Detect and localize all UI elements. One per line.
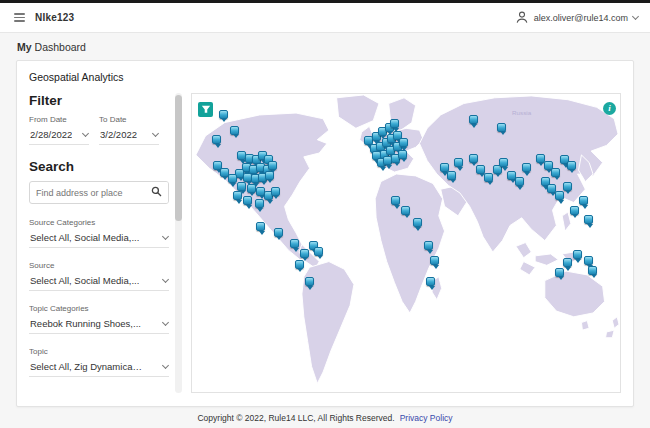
- map-marker[interactable]: [522, 163, 531, 172]
- map-marker[interactable]: [430, 256, 439, 265]
- topic-label: Topic: [29, 347, 169, 356]
- geospatial-panel: Geospatial Analytics Filter From Date 2/…: [16, 60, 634, 407]
- topic-value: Select All, Zig Dynamica,...: [30, 361, 142, 372]
- map-marker[interactable]: [515, 177, 524, 186]
- map-marker[interactable]: [563, 182, 572, 191]
- map-marker[interactable]: [219, 110, 228, 119]
- map-info-button[interactable]: i: [603, 102, 616, 115]
- map-marker[interactable]: [247, 184, 256, 193]
- map-marker[interactable]: [255, 199, 264, 208]
- map-marker[interactable]: [268, 161, 277, 170]
- map-marker[interactable]: [212, 135, 221, 144]
- to-date-value: 3/2/2022: [100, 129, 137, 140]
- from-date-label: From Date: [29, 115, 89, 124]
- map-marker[interactable]: [447, 171, 456, 180]
- map-marker[interactable]: [570, 206, 579, 215]
- map-marker[interactable]: [584, 215, 593, 224]
- brand-name: NIke123: [35, 12, 74, 23]
- source-select[interactable]: Select All, Social Media,...: [29, 273, 169, 291]
- map-marker[interactable]: [256, 222, 265, 231]
- to-date-label: To Date: [99, 115, 159, 124]
- map-filter-button[interactable]: [198, 102, 213, 117]
- chevron-down-icon: [152, 129, 159, 136]
- source-value: Select All, Social Media,...: [30, 275, 139, 286]
- user-email: alex.oliver@rule14.com: [534, 13, 628, 23]
- map-marker[interactable]: [314, 247, 323, 256]
- panel-title: Geospatial Analytics: [29, 71, 621, 83]
- map-marker[interactable]: [484, 173, 493, 182]
- map-marker[interactable]: [563, 258, 572, 267]
- user-icon: [515, 10, 529, 26]
- chevron-down-icon: [82, 129, 89, 136]
- search-heading: Search: [29, 159, 169, 174]
- map-marker[interactable]: [300, 249, 309, 258]
- chevron-down-icon: [632, 12, 639, 19]
- map-container[interactable]: Russia i: [191, 93, 621, 393]
- search-input[interactable]: [30, 188, 144, 198]
- breadcrumb-my: My: [17, 41, 32, 53]
- chevron-down-icon: [162, 232, 169, 239]
- map-marker[interactable]: [413, 218, 422, 227]
- map-marker[interactable]: [499, 158, 508, 167]
- topic-categories-select[interactable]: Reebok Running Shoes,...: [29, 316, 169, 334]
- map-marker[interactable]: [469, 154, 478, 163]
- map-marker[interactable]: [551, 168, 560, 177]
- chevron-down-icon: [162, 318, 169, 325]
- map-marker[interactable]: [567, 161, 576, 170]
- chevron-down-icon: [162, 361, 169, 368]
- filter-heading: Filter: [29, 93, 169, 108]
- map-marker[interactable]: [295, 260, 304, 269]
- from-date-select[interactable]: 2/28/2022: [29, 127, 89, 145]
- copyright-text: Copyright © 2022, Rule14 LLC, All Rights…: [197, 413, 394, 423]
- map-marker[interactable]: [579, 196, 588, 205]
- privacy-policy-link[interactable]: Privacy Policy: [400, 413, 453, 423]
- map-marker[interactable]: [573, 250, 582, 259]
- source-categories-label: Source Categories: [29, 218, 169, 227]
- map-marker[interactable]: [399, 138, 408, 147]
- map-marker[interactable]: [274, 228, 283, 237]
- map-marker[interactable]: [305, 277, 314, 286]
- sidebar-scrollbar[interactable]: [175, 93, 182, 393]
- topbar: NIke123 alex.oliver@rule14.com: [0, 0, 650, 33]
- breadcrumb-dashboard: Dashboard: [35, 41, 86, 53]
- map-marker[interactable]: [228, 174, 237, 183]
- map-marker[interactable]: [454, 158, 463, 167]
- topic-categories-value: Reebok Running Shoes,...: [30, 318, 141, 329]
- source-label: Source: [29, 261, 169, 270]
- map-marker[interactable]: [391, 196, 400, 205]
- map-marker[interactable]: [555, 191, 564, 200]
- search-button[interactable]: [144, 182, 168, 203]
- from-date-value: 2/28/2022: [30, 129, 72, 140]
- hamburger-menu-icon[interactable]: [12, 11, 27, 24]
- source-categories-value: Select All, Social Media,...: [30, 232, 139, 243]
- topic-select[interactable]: Select All, Zig Dynamica,...: [29, 359, 169, 377]
- filter-sidebar: Filter From Date 2/28/2022 To Date 3/2/2…: [29, 93, 175, 393]
- map-marker[interactable]: [233, 191, 242, 200]
- map-marker[interactable]: [390, 119, 399, 128]
- map-marker[interactable]: [555, 268, 564, 277]
- map-marker[interactable]: [230, 126, 239, 135]
- scrollbar-thumb[interactable]: [175, 95, 182, 221]
- to-date-select[interactable]: 3/2/2022: [99, 127, 159, 145]
- map-marker[interactable]: [469, 115, 478, 124]
- marker-layer: [192, 94, 620, 392]
- map-marker[interactable]: [243, 196, 252, 205]
- map-marker[interactable]: [237, 182, 246, 191]
- user-menu[interactable]: alex.oliver@rule14.com: [515, 10, 638, 26]
- map-marker[interactable]: [426, 277, 435, 286]
- source-categories-select[interactable]: Select All, Social Media,...: [29, 230, 169, 248]
- search-box: [29, 181, 169, 204]
- map-marker[interactable]: [584, 256, 593, 265]
- search-icon: [151, 185, 162, 200]
- map-marker[interactable]: [588, 266, 597, 275]
- map-marker[interactable]: [424, 241, 433, 250]
- chevron-down-icon: [162, 275, 169, 282]
- map-marker[interactable]: [271, 187, 280, 196]
- map-marker[interactable]: [398, 150, 407, 159]
- map-marker[interactable]: [497, 123, 506, 132]
- footer: Copyright © 2022, Rule14 LLC, All Rights…: [0, 407, 650, 428]
- map-marker[interactable]: [290, 239, 299, 248]
- map-marker[interactable]: [265, 171, 274, 180]
- map-marker[interactable]: [401, 206, 410, 215]
- breadcrumb: My Dashboard: [0, 33, 650, 60]
